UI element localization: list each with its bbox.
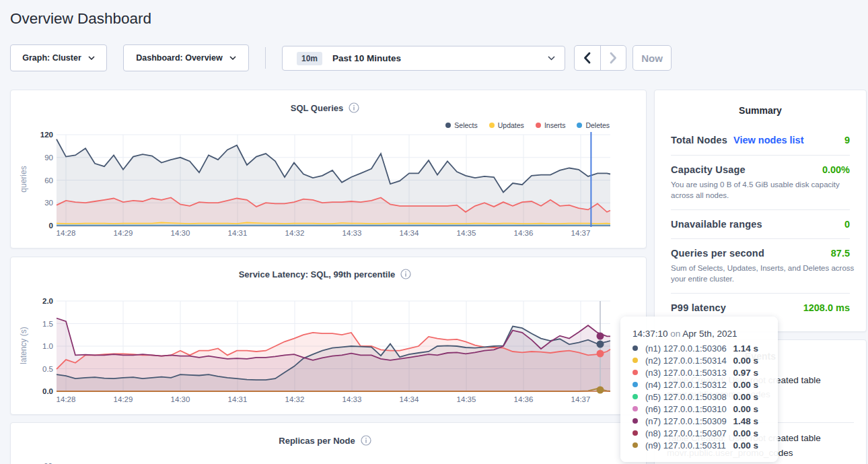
- svg-text:14:29: 14:29: [114, 395, 133, 403]
- svg-text:120: 120: [40, 131, 53, 139]
- svg-text:1.0: 1.0: [42, 342, 53, 350]
- svg-text:14:31: 14:31: [228, 229, 248, 237]
- svg-text:14:33: 14:33: [342, 395, 362, 403]
- svg-text:90: 90: [44, 154, 53, 162]
- svg-text:14:36: 14:36: [514, 229, 534, 237]
- svg-text:14:31: 14:31: [228, 395, 248, 403]
- svg-text:14:29: 14:29: [114, 229, 133, 237]
- svg-text:14:34: 14:34: [400, 229, 419, 237]
- svg-text:latency (s): latency (s): [19, 327, 28, 364]
- svg-text:0.0: 0.0: [42, 387, 53, 395]
- svg-text:14:34: 14:34: [400, 395, 419, 403]
- svg-text:14:28: 14:28: [57, 395, 76, 403]
- svg-text:30: 30: [44, 199, 53, 207]
- svg-text:14:37: 14:37: [571, 229, 591, 237]
- svg-text:14:32: 14:32: [285, 229, 305, 237]
- svg-text:14:33: 14:33: [342, 229, 362, 237]
- svg-text:14:28: 14:28: [57, 229, 76, 237]
- svg-text:queries: queries: [19, 166, 28, 192]
- svg-text:0: 0: [49, 222, 53, 230]
- svg-text:14:30: 14:30: [171, 395, 190, 403]
- svg-text:14:32: 14:32: [285, 395, 305, 403]
- svg-text:0.5: 0.5: [42, 365, 53, 373]
- svg-text:14:36: 14:36: [514, 395, 534, 403]
- svg-text:1.5: 1.5: [42, 320, 53, 328]
- svg-text:14:37: 14:37: [571, 395, 591, 403]
- svg-text:14:35: 14:35: [457, 395, 476, 403]
- svg-text:60: 60: [44, 176, 53, 185]
- svg-text:2.0: 2.0: [42, 297, 53, 305]
- svg-text:14:30: 14:30: [171, 229, 190, 237]
- svg-text:14:35: 14:35: [457, 229, 476, 237]
